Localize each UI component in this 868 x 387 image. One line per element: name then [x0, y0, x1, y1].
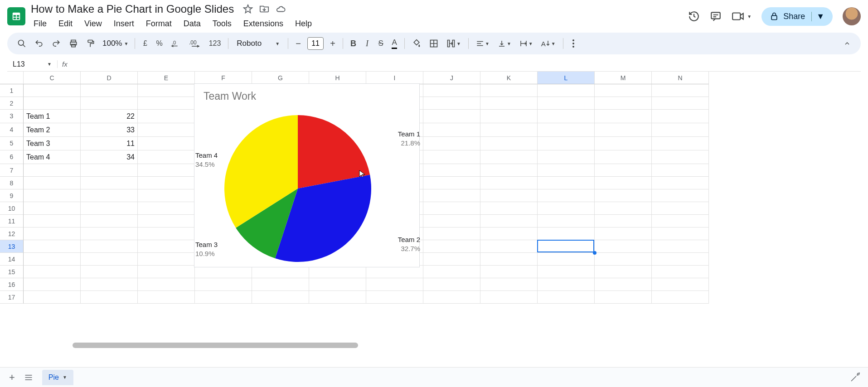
row-header[interactable]: 17: [0, 291, 24, 304]
row-header[interactable]: 12: [0, 227, 24, 240]
cell[interactable]: [24, 177, 81, 189]
share-caret-icon[interactable]: ▼: [811, 12, 824, 21]
cell[interactable]: [595, 227, 652, 240]
paint-format-icon[interactable]: [82, 36, 99, 51]
text-color-button[interactable]: A: [388, 36, 401, 51]
cell[interactable]: [595, 150, 652, 164]
cell[interactable]: [423, 291, 480, 304]
cell[interactable]: [138, 189, 195, 202]
row-header[interactable]: 3: [0, 110, 24, 123]
cell[interactable]: [538, 278, 595, 291]
column-header[interactable]: L: [538, 72, 595, 84]
cell[interactable]: [538, 266, 595, 278]
cell[interactable]: [81, 227, 138, 240]
fill-color-icon[interactable]: [408, 36, 425, 51]
zoom-select[interactable]: 100% ▼: [100, 39, 131, 48]
cell[interactable]: [595, 123, 652, 137]
column-header[interactable]: N: [652, 72, 709, 84]
cell[interactable]: [652, 84, 709, 97]
text-wrap-icon[interactable]: ▼: [516, 36, 537, 51]
cell[interactable]: [538, 110, 595, 123]
cell[interactable]: [595, 164, 652, 177]
cell[interactable]: [652, 291, 709, 304]
cell[interactable]: [81, 253, 138, 266]
cell[interactable]: [309, 278, 366, 291]
cell[interactable]: [480, 164, 538, 177]
cell[interactable]: [423, 278, 480, 291]
cell[interactable]: [538, 164, 595, 177]
text-rotation-icon[interactable]: A▼: [538, 36, 559, 51]
cell[interactable]: [595, 110, 652, 123]
cell[interactable]: [652, 150, 709, 164]
cell[interactable]: [480, 240, 538, 253]
cell[interactable]: [652, 97, 709, 110]
cell[interactable]: [138, 84, 195, 97]
spreadsheet-grid[interactable]: CDEFGHIJKLMN 123Team 1224Team 2335Team 3…: [0, 72, 868, 348]
document-title[interactable]: How to Make a Pie Chart in Google Slides: [31, 3, 234, 15]
add-sheet-button[interactable]: +: [9, 372, 15, 383]
cell[interactable]: [652, 278, 709, 291]
column-header[interactable]: F: [195, 72, 252, 84]
cell[interactable]: [538, 227, 595, 240]
row-header[interactable]: 14: [0, 253, 24, 266]
cell[interactable]: [24, 189, 81, 202]
cell[interactable]: [423, 266, 480, 278]
cell[interactable]: [480, 189, 538, 202]
bold-button[interactable]: B: [347, 36, 360, 51]
cell[interactable]: [138, 110, 195, 123]
cell[interactable]: [423, 164, 480, 177]
cell[interactable]: [138, 278, 195, 291]
redo-icon[interactable]: [48, 36, 64, 51]
cell[interactable]: [538, 84, 595, 97]
cell[interactable]: Team 3: [24, 137, 81, 150]
cell[interactable]: [538, 97, 595, 110]
cell[interactable]: [81, 97, 138, 110]
cell[interactable]: [480, 291, 538, 304]
cell[interactable]: [480, 150, 538, 164]
cell[interactable]: [309, 266, 366, 278]
fill-handle[interactable]: [593, 251, 596, 255]
horizontal-align-icon[interactable]: ▼: [472, 36, 493, 51]
cell[interactable]: [423, 215, 480, 227]
cell[interactable]: 34: [81, 150, 138, 164]
cell[interactable]: [652, 227, 709, 240]
cell[interactable]: [138, 97, 195, 110]
row-header[interactable]: 6: [0, 150, 24, 164]
decrease-decimal-icon[interactable]: .0: [167, 36, 184, 51]
cell[interactable]: [138, 240, 195, 253]
row-header[interactable]: 1: [0, 84, 24, 97]
cell[interactable]: [252, 266, 309, 278]
cell[interactable]: [195, 266, 252, 278]
star-icon[interactable]: [243, 4, 253, 14]
cell[interactable]: [538, 189, 595, 202]
undo-icon[interactable]: [31, 36, 47, 51]
cell[interactable]: [81, 84, 138, 97]
cell[interactable]: [652, 253, 709, 266]
search-menus-icon[interactable]: [14, 36, 30, 51]
cell[interactable]: Team 4: [24, 150, 81, 164]
cell[interactable]: [81, 266, 138, 278]
percent-format-button[interactable]: %: [152, 36, 166, 51]
all-sheets-icon[interactable]: [24, 374, 33, 381]
cell[interactable]: [423, 110, 480, 123]
cell[interactable]: [652, 123, 709, 137]
cell[interactable]: [595, 278, 652, 291]
cell[interactable]: [423, 137, 480, 150]
cell[interactable]: [138, 137, 195, 150]
menu-format[interactable]: Format: [145, 17, 173, 30]
cell[interactable]: [595, 202, 652, 215]
cell[interactable]: [423, 177, 480, 189]
currency-format-button[interactable]: £: [139, 36, 151, 51]
cell[interactable]: [138, 150, 195, 164]
cell[interactable]: [81, 177, 138, 189]
menu-help[interactable]: Help: [294, 17, 313, 30]
cell[interactable]: [595, 84, 652, 97]
cell[interactable]: [423, 123, 480, 137]
menu-edit[interactable]: Edit: [58, 17, 73, 30]
cell[interactable]: [138, 123, 195, 137]
cell[interactable]: [480, 177, 538, 189]
cell[interactable]: [195, 291, 252, 304]
cell[interactable]: [480, 202, 538, 215]
cloud-status-icon[interactable]: [276, 4, 286, 14]
cell[interactable]: [480, 84, 538, 97]
